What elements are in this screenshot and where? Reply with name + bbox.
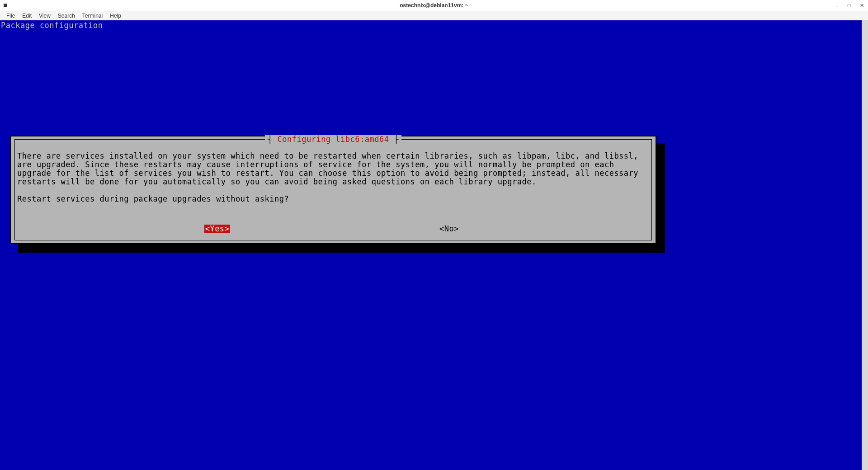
scrollbar[interactable] [862,20,868,470]
menu-help[interactable]: Help [106,12,125,20]
dialog-box: Configuring libc6:amd64 There are servic… [10,136,656,244]
dialog-title: Configuring libc6:amd64 [265,135,401,144]
dialog-content: There are services installed on your sys… [17,152,649,212]
dialog-buttons: <Yes> <No> [11,225,656,233]
close-button[interactable]: ✕ [859,3,864,8]
window-titlebar: ostechnix@debian11vm: ~ – □ ✕ [0,0,868,11]
menu-view[interactable]: View [35,12,54,20]
terminal-header-text: Package configuration [1,21,103,30]
no-button[interactable]: <No> [439,225,460,233]
window-controls: – □ ✕ [834,3,864,8]
maximize-button[interactable]: □ [846,3,852,8]
menubar: File Edit View Search Terminal Help [0,11,868,20]
terminal-area[interactable]: Package configuration Configuring libc6:… [0,20,868,470]
dialog-body-text: There are services installed on your sys… [17,152,649,186]
minimize-button[interactable]: – [834,3,839,8]
menu-search[interactable]: Search [54,12,79,20]
window-title: ostechnix@debian11vm: ~ [400,2,468,9]
dialog-question-text: Restart services during package upgrades… [17,195,649,203]
yes-button[interactable]: <Yes> [204,225,231,233]
menu-file[interactable]: File [3,12,19,20]
window-icon [4,4,7,7]
menu-edit[interactable]: Edit [19,12,35,20]
menu-terminal[interactable]: Terminal [79,12,106,20]
